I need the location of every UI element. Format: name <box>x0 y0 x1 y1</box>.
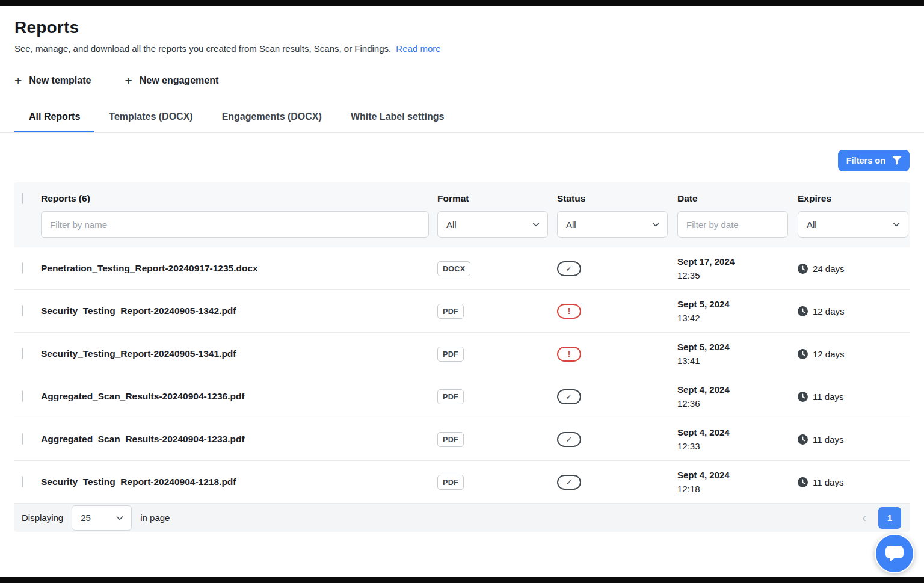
new-template-label: New template <box>29 75 91 86</box>
report-date: Sept 4, 2024 <box>677 383 798 396</box>
header-actions: + New template + New engagement <box>14 74 910 87</box>
date-filter-input[interactable] <box>677 211 788 238</box>
per-page-select[interactable]: 25 <box>72 505 132 531</box>
per-page-value: 25 <box>81 513 91 523</box>
expires-value: 12 days <box>813 306 845 316</box>
bottom-edge-bar <box>0 577 924 583</box>
format-badge: PDF <box>437 475 464 490</box>
expires-value: 11 days <box>813 434 843 445</box>
filters-on-label: Filters on <box>846 156 886 165</box>
report-time: 12:33 <box>677 439 798 453</box>
clock-icon <box>798 306 808 316</box>
table-row: Security_Testing_Report-20240905-1341.pd… <box>14 333 910 375</box>
new-engagement-label: New engagement <box>140 75 219 86</box>
new-template-button[interactable]: + New template <box>14 74 91 87</box>
report-date: Sept 4, 2024 <box>677 425 798 439</box>
name-filter-input[interactable] <box>41 211 429 238</box>
report-name[interactable]: Security_Testing_Report-20240905-1341.pd… <box>41 348 437 359</box>
chevron-down-icon <box>532 220 540 229</box>
column-header-date: Date <box>677 193 798 204</box>
expires-value: 24 days <box>813 264 845 274</box>
row-checkbox[interactable] <box>22 476 23 487</box>
report-name[interactable]: Aggregated_Scan_Results-20240904-1236.pd… <box>41 391 437 402</box>
reports-table: Reports (6) Format Status Date Expires A… <box>14 182 910 532</box>
status-icon: ✓ <box>557 389 581 404</box>
report-date: Sept 4, 2024 <box>677 468 798 482</box>
new-engagement-button[interactable]: + New engagement <box>125 74 218 87</box>
column-header-expires: Expires <box>798 193 910 204</box>
table-row: Security_Testing_Report-20240904-1218.pd… <box>14 461 910 504</box>
chevron-down-icon <box>651 220 660 229</box>
previous-page-button[interactable]: ‹ <box>862 511 866 525</box>
chevron-down-icon <box>116 514 124 522</box>
in-page-label: in page <box>140 513 170 523</box>
status-icon: ✓ <box>557 432 581 447</box>
tab-all-reports[interactable]: All Reports <box>14 102 94 132</box>
expires-filter-select[interactable]: All <box>798 211 908 238</box>
page-header: Reports See, manage, and download all th… <box>0 0 924 87</box>
clock-icon <box>798 349 808 359</box>
read-more-link[interactable]: Read more <box>396 43 440 54</box>
clock-icon <box>798 434 808 445</box>
status-filter-value: All <box>566 220 576 230</box>
report-name[interactable]: Aggregated_Scan_Results-20240904-1233.pd… <box>41 434 437 445</box>
expires-value: 11 days <box>813 477 843 487</box>
format-badge: DOCX <box>437 261 470 276</box>
expires-value: 11 days <box>813 392 843 402</box>
report-name[interactable]: Security_Testing_Report-20240904-1218.pd… <box>41 477 437 487</box>
chat-bubble-icon <box>884 544 905 563</box>
tab-white-label-settings[interactable]: White Label settings <box>336 102 459 132</box>
expires-value: 12 days <box>813 349 845 359</box>
report-name[interactable]: Penetration_Testing_Report-20240917-1235… <box>41 263 437 274</box>
clock-icon <box>798 477 808 487</box>
table-row: Security_Testing_Report-20240905-1342.pd… <box>14 290 910 333</box>
tabs-bar: All Reports Templates (DOCX) Engagements… <box>0 102 924 133</box>
report-time: 13:41 <box>677 354 798 368</box>
row-checkbox[interactable] <box>22 348 23 359</box>
format-filter-value: All <box>446 220 457 230</box>
clock-icon <box>798 264 808 274</box>
report-name[interactable]: Security_Testing_Report-20240905-1342.pd… <box>41 306 437 316</box>
filters-row: Filters on <box>0 133 924 182</box>
report-time: 13:42 <box>677 311 798 325</box>
format-badge: PDF <box>437 389 464 404</box>
report-date: Sept 5, 2024 <box>677 340 798 354</box>
select-all-checkbox[interactable] <box>22 193 23 204</box>
status-icon: ✓ <box>557 261 581 276</box>
filters-on-button[interactable]: Filters on <box>838 150 910 171</box>
row-checkbox[interactable] <box>22 262 23 274</box>
row-checkbox[interactable] <box>22 305 23 316</box>
page-title: Reports <box>14 18 910 37</box>
page-1-button[interactable]: 1 <box>878 507 901 529</box>
table-footer: Displaying 25 in page ‹ 1 <box>14 504 910 532</box>
table-body: Penetration_Testing_Report-20240917-1235… <box>14 247 910 504</box>
table-row: Aggregated_Scan_Results-20240904-1233.pd… <box>14 418 910 461</box>
column-header-status: Status <box>557 193 677 204</box>
column-header-format: Format <box>437 193 557 204</box>
chat-launcher-button[interactable] <box>875 534 914 573</box>
plus-icon: + <box>125 74 132 87</box>
report-time: 12:18 <box>677 482 798 496</box>
plus-icon: + <box>14 74 22 87</box>
table-row: Penetration_Testing_Report-20240917-1235… <box>14 247 910 290</box>
format-badge: PDF <box>437 432 464 447</box>
top-edge-bar <box>0 0 924 6</box>
tab-engagements-docx[interactable]: Engagements (DOCX) <box>208 102 336 132</box>
report-date: Sept 5, 2024 <box>677 297 798 311</box>
row-checkbox[interactable] <box>22 433 23 445</box>
report-time: 12:35 <box>677 268 798 282</box>
clock-icon <box>798 392 808 402</box>
report-date: Sept 17, 2024 <box>677 254 798 268</box>
format-filter-select[interactable]: All <box>437 211 548 238</box>
status-filter-select[interactable]: All <box>557 211 668 238</box>
table-row: Aggregated_Scan_Results-20240904-1236.pd… <box>14 375 910 418</box>
status-icon: ! <box>557 304 581 319</box>
status-icon: ! <box>557 347 581 362</box>
displaying-label: Displaying <box>22 513 63 523</box>
column-header-name: Reports (6) <box>41 193 437 204</box>
status-icon: ✓ <box>557 475 581 490</box>
tab-templates-docx[interactable]: Templates (DOCX) <box>94 102 207 132</box>
chevron-down-icon <box>892 220 901 229</box>
report-time: 12:36 <box>677 396 798 410</box>
row-checkbox[interactable] <box>22 390 23 402</box>
